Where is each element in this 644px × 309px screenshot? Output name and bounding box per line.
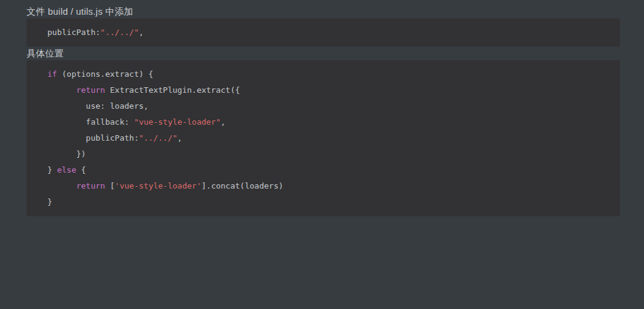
code-token-string: "../../" — [100, 28, 139, 37]
code-token-plain: publicPath: — [47, 133, 139, 143]
code-token-plain: , — [221, 117, 226, 127]
code-line: if (options.extract) { — [47, 66, 599, 82]
code-block-publicpath-snippet: publicPath:"../../", — [26, 18, 620, 47]
code-token-plain: fallback: — [47, 117, 134, 127]
code-token-keyword: return — [76, 181, 105, 190]
code-token-plain: publicPath: — [47, 28, 100, 37]
code-line: return ExtractTextPlugin.extract({ — [47, 82, 599, 98]
section-heading-specific-location: 具体位置 — [26, 47, 620, 60]
code-token-plain: } — [47, 165, 57, 174]
code-token-plain: , — [139, 28, 144, 37]
code-token-keyword: if — [47, 69, 57, 79]
code-token-plain: { — [76, 165, 86, 174]
code-token-plain: } — [47, 197, 52, 206]
code-token-plain: , — [177, 133, 182, 143]
section-heading-file-utils: 文件 build / utils.js 中添加 — [26, 5, 620, 18]
code-line: publicPath:"../../", — [47, 130, 599, 146]
code-line: } — [47, 194, 599, 210]
code-line: } else { — [47, 162, 599, 178]
code-token-string: "../../" — [139, 133, 178, 143]
code-token-plain: [ — [105, 181, 115, 190]
code-token-string: 'vue-style-loader' — [115, 181, 202, 190]
code-token-string: "vue-style-loader" — [134, 117, 221, 127]
code-line: return ['vue-style-loader'].concat(loade… — [47, 178, 599, 194]
code-token-plain: ExtractTextPlugin.extract({ — [105, 85, 240, 95]
code-token-plain: (options.extract) { — [57, 69, 154, 79]
code-token-plain: ].concat(loaders) — [201, 181, 283, 190]
code-line: publicPath:"../../", — [47, 25, 599, 41]
code-line: }) — [47, 146, 599, 162]
code-token-plain — [47, 85, 76, 95]
code-token-keyword: else — [57, 165, 76, 174]
code-block-extract-context: if (options.extract) { return ExtractTex… — [26, 60, 620, 216]
code-line: use: loaders, — [47, 98, 599, 114]
code-line: fallback: "vue-style-loader", — [47, 114, 599, 130]
code-token-plain: use: loaders, — [47, 101, 148, 111]
article-content: 文件 build / utils.js 中添加 publicPath:"../.… — [0, 0, 644, 216]
code-token-plain: }) — [47, 149, 86, 158]
code-token-keyword: return — [76, 85, 105, 95]
code-token-plain — [47, 181, 76, 190]
